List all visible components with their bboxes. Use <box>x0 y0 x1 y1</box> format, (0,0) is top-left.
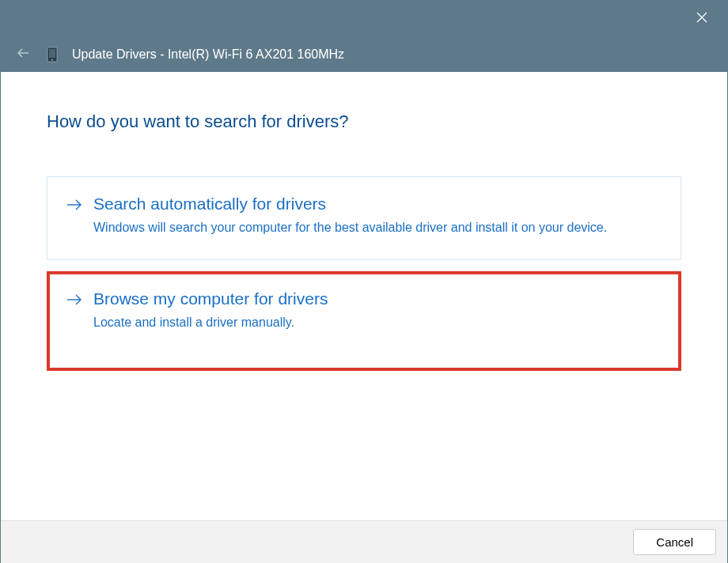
close-icon <box>696 11 708 27</box>
content-area: How do you want to search for drivers? S… <box>1 72 727 520</box>
window-header: Update Drivers - Intel(R) Wi-Fi 6 AX201 … <box>1 37 727 72</box>
option-text: Search automatically for drivers Windows… <box>93 195 662 237</box>
window-title: Update Drivers - Intel(R) Wi-Fi 6 AX201 … <box>72 47 344 62</box>
titlebar <box>1 1 727 37</box>
page-heading: How do you want to search for drivers? <box>47 111 681 132</box>
svg-point-5 <box>51 59 53 61</box>
option-text: Browse my computer for drivers Locate an… <box>93 289 662 332</box>
arrow-right-icon <box>66 294 82 308</box>
device-icon <box>47 47 58 62</box>
close-button[interactable] <box>691 8 713 30</box>
svg-rect-4 <box>49 49 55 58</box>
option-search-automatically[interactable]: Search automatically for drivers Windows… <box>47 176 681 260</box>
option-browse-computer[interactable]: Browse my computer for drivers Locate an… <box>47 271 681 371</box>
option-description: Locate and install a driver manually. <box>93 313 662 332</box>
option-title: Browse my computer for drivers <box>93 289 662 308</box>
back-arrow-icon <box>16 46 30 63</box>
footer: Cancel <box>1 520 727 563</box>
cancel-button[interactable]: Cancel <box>633 529 716 555</box>
arrow-right-icon <box>66 199 82 213</box>
option-description: Windows will search your computer for th… <box>93 218 662 237</box>
back-button[interactable] <box>13 45 32 64</box>
option-title: Search automatically for drivers <box>93 195 662 213</box>
